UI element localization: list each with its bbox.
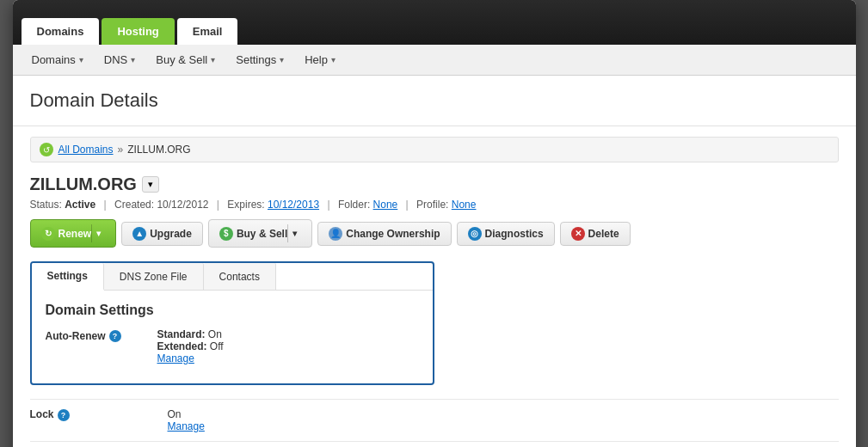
breadcrumb-current: ZILLUM.ORG <box>127 144 190 156</box>
tab-settings[interactable]: Settings <box>32 263 104 291</box>
auto-renew-value: Standard: On Extended: Off Manage <box>157 328 419 364</box>
domain-settings-title: Domain Settings <box>46 303 419 318</box>
auto-renew-label: Auto-Renew ? <box>46 328 157 364</box>
action-buttons: ↻ Renew ▾ ▲ Upgrade $ Buy & Sell ▾ 👤 <box>30 219 839 248</box>
lock-value: On Manage <box>168 408 839 432</box>
tab-domains[interactable]: Domains <box>22 18 100 45</box>
breadcrumb: ↺ All Domains » ZILLUM.ORG <box>30 137 839 162</box>
tab-email[interactable]: Email <box>177 18 238 45</box>
auto-renew-help-icon[interactable]: ? <box>109 330 121 342</box>
tab-contacts[interactable]: Contacts <box>204 263 276 290</box>
renew-button[interactable]: ↻ Renew ▾ <box>30 219 117 248</box>
tab-hosting[interactable]: Hosting <box>102 18 174 45</box>
diagnostics-icon: ◎ <box>468 227 482 241</box>
delete-icon: ✕ <box>571 227 585 241</box>
nav-settings[interactable]: Settings ▾ <box>225 48 294 71</box>
all-domains-link[interactable]: All Domains <box>58 144 114 156</box>
created-value: 10/12/2012 <box>157 199 208 211</box>
auto-renew-manage-link[interactable]: Manage <box>157 352 419 364</box>
lock-row: Lock ? On Manage <box>30 399 839 441</box>
domain-name: ZILLUM.ORG <box>30 175 137 194</box>
lock-help-icon[interactable]: ? <box>58 409 70 421</box>
chevron-down-icon: ▾ <box>331 55 336 64</box>
renew-dropdown-arrow[interactable]: ▾ <box>91 224 105 242</box>
created-label: Created: <box>114 199 154 211</box>
buy-sell-button[interactable]: $ Buy & Sell ▾ <box>208 219 312 248</box>
chevron-down-icon: ▾ <box>211 55 215 64</box>
domain-name-row: ZILLUM.ORG ▾ <box>30 175 839 194</box>
chevron-down-icon: ▾ <box>79 55 83 64</box>
page-title-bar: Domain Details <box>13 76 856 126</box>
nav-dns[interactable]: DNS ▾ <box>94 48 145 71</box>
person-icon: 👤 <box>329 227 342 241</box>
tabs-panel: Settings DNS Zone File Contacts Domain S… <box>30 261 434 385</box>
renew-icon: ↻ <box>41 227 55 241</box>
profile-link[interactable]: None <box>452 199 477 211</box>
refresh-icon: ↺ <box>40 143 53 156</box>
tab-settings-content: Domain Settings Auto-Renew ? Standard: O… <box>32 291 433 383</box>
chevron-down-icon: ▾ <box>280 55 284 64</box>
page-title: Domain Details <box>30 89 839 112</box>
lock-manage-link[interactable]: Manage <box>168 420 839 432</box>
tabs-header: Settings DNS Zone File Contacts <box>32 263 433 291</box>
chevron-down-icon: ▾ <box>131 55 135 64</box>
folder-label: Folder: <box>338 199 370 211</box>
expires-link[interactable]: 10/12/2013 <box>268 199 319 211</box>
nav-buy-sell[interactable]: Buy & Sell ▾ <box>145 48 225 71</box>
change-ownership-button[interactable]: 👤 Change Ownership <box>317 222 451 246</box>
tab-dns-zone-file[interactable]: DNS Zone File <box>104 263 204 290</box>
domain-dropdown-button[interactable]: ▾ <box>142 176 159 193</box>
profile-label: Profile: <box>416 199 448 211</box>
second-nav: Domains ▾ DNS ▾ Buy & Sell ▾ Settings ▾ … <box>13 45 856 76</box>
delete-button[interactable]: ✕ Delete <box>560 222 631 246</box>
status-value: Active <box>65 199 95 211</box>
top-nav: Domains Hosting Email <box>13 0 856 45</box>
domain-header: ZILLUM.ORG ▾ Status: Active | Created: 1… <box>30 175 839 248</box>
main-content: ↺ All Domains » ZILLUM.ORG ZILLUM.ORG ▾ … <box>13 126 856 447</box>
upgrade-button[interactable]: ▲ Upgrade <box>121 222 203 246</box>
breadcrumb-separator: » <box>118 144 124 156</box>
buy-sell-dropdown-arrow[interactable]: ▾ <box>287 224 301 242</box>
folder-link[interactable]: None <box>373 199 398 211</box>
nameservers-row: Nameservers ? NS43.DOMAINCONTROL.COM NS4… <box>30 441 839 447</box>
diagnostics-button[interactable]: ◎ Diagnostics <box>457 222 555 246</box>
status-label: Status: <box>30 199 62 211</box>
expires-label: Expires: <box>227 199 264 211</box>
upgrade-icon: ▲ <box>132 227 146 241</box>
page-content: Domain Details ↺ All Domains » ZILLUM.OR… <box>13 76 856 447</box>
nav-domains[interactable]: Domains ▾ <box>22 48 94 71</box>
domain-meta: Status: Active | Created: 10/12/2012 | E… <box>30 199 839 211</box>
auto-renew-row: Auto-Renew ? Standard: On Extended: Off … <box>46 328 419 364</box>
nav-help[interactable]: Help ▾ <box>294 48 346 71</box>
lock-label: Lock ? <box>30 408 168 432</box>
dollar-icon: $ <box>219 227 233 241</box>
